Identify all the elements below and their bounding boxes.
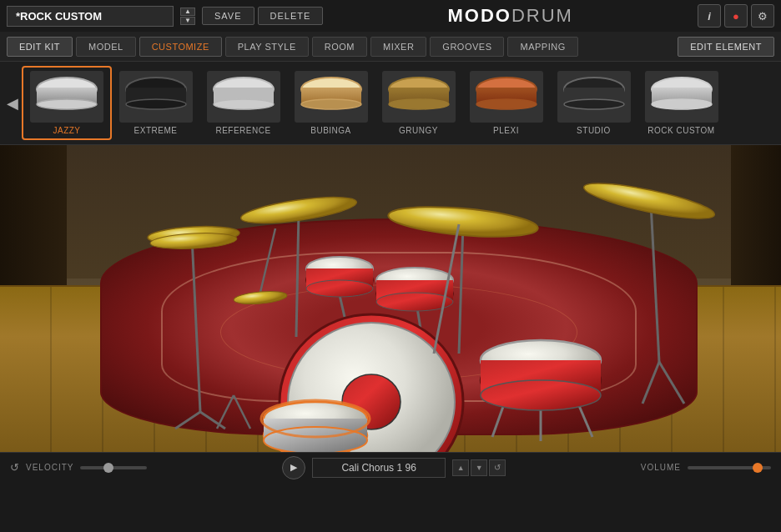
drum-item-jazzy[interactable]: JAZZY: [22, 66, 112, 140]
app-title-drum: DRUM: [511, 5, 573, 26]
volume-slider[interactable]: [688, 466, 771, 469]
top-right-buttons: i ● ⚙: [698, 4, 774, 28]
svg-point-2: [37, 99, 97, 109]
svg-line-35: [659, 362, 684, 404]
drum-label-grungy: GRUNGY: [399, 126, 438, 135]
edit-element-button[interactable]: EDIT ELEMENT: [678, 37, 774, 57]
drum-item-bubinga[interactable]: BUBINGA: [287, 68, 375, 138]
groove-name: Cali Chorus 1 96: [312, 458, 446, 478]
svg-line-71: [217, 395, 234, 429]
svg-point-75: [234, 289, 288, 306]
svg-point-5: [126, 99, 186, 109]
drum-thumb-extreme: [119, 71, 193, 123]
mapping-button[interactable]: MAPPING: [507, 37, 577, 57]
velocity-thumb[interactable]: [103, 463, 113, 473]
loop-icon[interactable]: ↺: [10, 461, 19, 474]
mixer-button[interactable]: MIXER: [370, 37, 426, 57]
drum-label-studio: STUDIO: [577, 126, 611, 135]
record-button[interactable]: ●: [724, 4, 748, 28]
drum-item-extreme[interactable]: EXTREME: [112, 68, 199, 138]
settings-button[interactable]: ⚙: [751, 4, 774, 28]
delete-button[interactable]: DELETE: [258, 7, 324, 25]
svg-point-17: [476, 99, 537, 109]
bottom-bar: ↺ VELOCITY ▶ Cali Chorus 1 96 ▲ ▼ ↺ VOLU…: [0, 452, 781, 482]
svg-line-29: [296, 212, 299, 337]
play-button[interactable]: ▶: [282, 456, 305, 479]
main-stage: [0, 145, 781, 452]
svg-point-23: [652, 99, 712, 109]
drum-item-grungy[interactable]: GRUNGY: [375, 68, 462, 138]
customize-button[interactable]: CUSTOMIZE: [139, 37, 222, 57]
info-button[interactable]: i: [698, 4, 721, 28]
drum-item-reference[interactable]: REFERENCE: [199, 68, 287, 138]
svg-point-8: [214, 99, 274, 109]
room-button[interactable]: ROOM: [312, 37, 367, 57]
drum-thumb-bubinga: [295, 71, 368, 123]
drum-thumb-plexi: [470, 71, 543, 123]
drum-item-plexi[interactable]: PLEXI: [462, 68, 550, 138]
volume-label: VOLUME: [641, 463, 681, 472]
drum-label-plexi: PLEXI: [493, 126, 519, 135]
svg-point-14: [389, 99, 449, 109]
groove-down-button[interactable]: ▼: [471, 459, 487, 476]
svg-line-31: [459, 224, 463, 354]
svg-point-36: [582, 177, 717, 226]
groove-reload-button[interactable]: ↺: [489, 459, 506, 476]
svg-point-41: [306, 280, 373, 297]
app-title-modo: MODO: [447, 5, 511, 26]
volume-thumb[interactable]: [753, 463, 763, 473]
velocity-slider[interactable]: [80, 466, 147, 469]
svg-line-33: [651, 203, 659, 362]
preset-arrows: ▲ ▼: [180, 8, 195, 25]
nav-bar: EDIT KIT MODEL CUSTOMIZE PLAY STYLE ROOM…: [0, 32, 781, 62]
drum-label-reference: REFERENCE: [215, 126, 270, 135]
svg-line-74: [259, 228, 275, 299]
app-title: MODODRUM: [447, 5, 572, 27]
drum-thumb-reference: [207, 71, 280, 123]
svg-line-34: [642, 362, 659, 404]
svg-line-72: [234, 395, 250, 429]
drum-label-extreme: EXTREME: [134, 126, 178, 135]
model-button[interactable]: MODEL: [76, 37, 136, 57]
save-delete-group: SAVE DELETE: [202, 7, 323, 25]
top-bar: *ROCK CUSTOM ▲ ▼ SAVE DELETE MODODRUM i …: [0, 0, 781, 32]
drum-item-rock-custom[interactable]: ROCK CUSTOM: [637, 68, 725, 138]
grooves-button[interactable]: GROOVES: [430, 37, 504, 57]
groove-up-button[interactable]: ▲: [452, 459, 469, 476]
edit-kit-button[interactable]: EDIT KIT: [7, 37, 73, 57]
drum-thumb-grungy: [382, 71, 456, 123]
velocity-label: VELOCITY: [26, 463, 73, 472]
svg-point-20: [564, 99, 624, 109]
svg-point-66: [481, 380, 601, 410]
preset-up-button[interactable]: ▲: [180, 8, 195, 16]
drum-label-bubinga: BUBINGA: [310, 126, 351, 135]
drumkit-svg: [0, 145, 781, 452]
drum-selector-strip: ◀ JAZZY EXTREME: [0, 62, 781, 145]
play-style-button[interactable]: PLAY STYLE: [225, 37, 309, 57]
strip-left-arrow[interactable]: ◀: [3, 94, 22, 113]
drum-thumb-studio: [557, 71, 631, 123]
svg-line-25: [175, 412, 200, 429]
drum-thumb-rock-custom: [645, 71, 718, 123]
drum-label-rock-custom: ROCK CUSTOM: [647, 126, 714, 135]
drum-label-jazzy: JAZZY: [53, 126, 80, 135]
drum-item-studio[interactable]: STUDIO: [550, 68, 637, 138]
preset-name[interactable]: *ROCK CUSTOM: [7, 6, 174, 27]
svg-point-11: [301, 99, 361, 109]
drum-thumb-jazzy: [30, 71, 103, 123]
svg-point-32: [387, 202, 539, 242]
svg-point-58: [264, 427, 367, 452]
svg-line-24: [192, 237, 200, 412]
preset-down-button[interactable]: ▼: [180, 17, 195, 25]
transport-arrows: ▲ ▼ ↺: [452, 459, 506, 476]
save-button[interactable]: SAVE: [202, 7, 254, 25]
